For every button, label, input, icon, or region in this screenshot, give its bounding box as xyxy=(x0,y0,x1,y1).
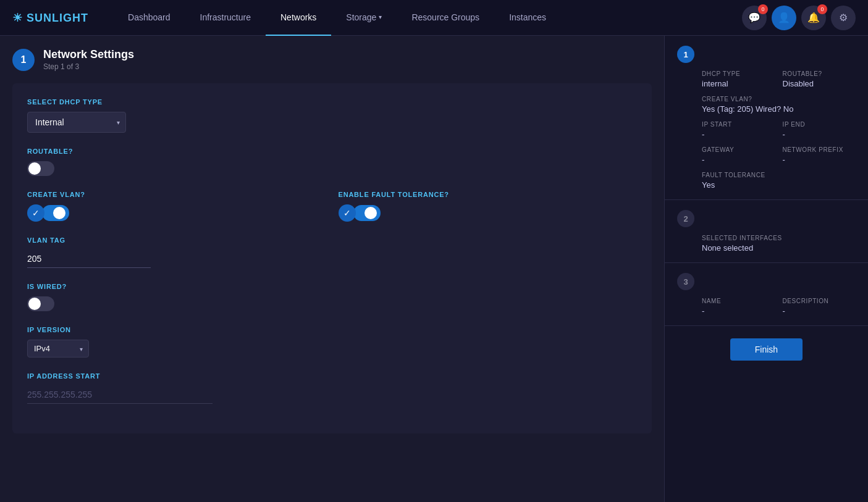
create-vlan-toggle-group: ✓ xyxy=(27,204,326,222)
fault-tolerance-toggle[interactable] xyxy=(353,205,381,221)
sidebar-fault-tolerance: FAULT TOLERANCE Yes xyxy=(702,172,856,190)
sidebar-step-2-header: 2 xyxy=(677,210,856,227)
sidebar-routable-value: Disabled xyxy=(783,79,856,88)
sidebar-ip-end: IP END - xyxy=(783,121,856,139)
create-vlan-label: CREATE VLAN? xyxy=(27,191,326,198)
sidebar-dhcp-type: DHCP TYPE internal xyxy=(702,70,775,88)
sidebar-fault-tolerance-label: FAULT TOLERANCE xyxy=(702,172,856,178)
ip-version-select[interactable]: IPv4 IPv6 xyxy=(27,340,89,358)
routable-label: ROUTABLE? xyxy=(27,148,637,155)
network-settings-form: SELECT DHCP TYPE Internal External None … xyxy=(12,83,652,433)
sidebar-routable-label: ROUTABLE? xyxy=(783,70,856,77)
sidebar-step-3-header: 3 xyxy=(677,273,856,290)
sidebar-step-1-fields: DHCP TYPE internal ROUTABLE? Disabled CR… xyxy=(702,70,856,190)
nav-storage[interactable]: Storage ▾ xyxy=(331,0,397,36)
nav-instances[interactable]: Instances xyxy=(494,0,561,36)
sidebar-step-2-fields: SELECTED INTERFACES None selected xyxy=(702,235,856,253)
sidebar-gateway: GATEWAY - xyxy=(702,146,775,164)
content-area: 1 Network Settings Step 1 of 3 SELECT DH… xyxy=(0,36,664,502)
step-title: Network Settings xyxy=(43,48,134,61)
routable-toggle[interactable] xyxy=(27,161,54,176)
nav-infrastructure[interactable]: Infrastructure xyxy=(185,0,266,36)
fault-tolerance-check-icon: ✓ xyxy=(339,204,356,222)
ip-version-field: IP VERSION IPv4 IPv6 ▾ xyxy=(27,326,637,358)
dhcp-type-field: SELECT DHCP TYPE Internal External None … xyxy=(27,98,637,133)
vlan-tag-input[interactable] xyxy=(27,250,151,268)
create-vlan-check-icon: ✓ xyxy=(27,204,44,222)
is-wired-label: IS WIRED? xyxy=(27,283,637,290)
sidebar-network-prefix: NETWORK PREFIX - xyxy=(783,146,856,164)
step-subtitle: Step 1 of 3 xyxy=(43,62,134,71)
fault-tolerance-label: ENABLE FAULT TOLERANCE? xyxy=(339,191,638,198)
ip-address-start-field: IP ADDRESS START xyxy=(27,372,637,404)
routable-toggle-container xyxy=(27,161,637,176)
user-icon: 👤 xyxy=(778,12,790,23)
sidebar-dhcp-type-label: DHCP TYPE xyxy=(702,70,775,77)
fault-tolerance-thumb xyxy=(364,207,377,219)
main-header: ☀ SUNLIGHT Dashboard Infrastructure Netw… xyxy=(0,0,868,36)
main-layout: 1 Network Settings Step 1 of 3 SELECT DH… xyxy=(0,36,868,502)
ip-version-label: IP VERSION xyxy=(27,326,637,333)
dhcp-type-select-wrapper: Internal External None ▾ xyxy=(27,112,126,133)
ip-address-start-label: IP ADDRESS START xyxy=(27,372,637,380)
dhcp-type-select[interactable]: Internal External None xyxy=(27,112,126,133)
fault-tolerance-toggle-group: ✓ xyxy=(339,204,638,222)
finish-button[interactable]: Finish xyxy=(730,338,803,361)
is-wired-field: IS WIRED? xyxy=(27,283,637,311)
sidebar-selected-interfaces-value: None selected xyxy=(702,243,856,253)
chat-button[interactable]: 💬 0 xyxy=(742,6,767,30)
gear-icon: ⚙ xyxy=(839,12,848,23)
nav-dashboard[interactable]: Dashboard xyxy=(113,0,185,36)
sidebar-gateway-label: GATEWAY xyxy=(702,146,775,153)
sidebar-dhcp-type-value: internal xyxy=(702,79,775,88)
sidebar-create-vlan-label: CREATE VLAN? xyxy=(702,96,856,102)
user-profile-button[interactable]: 👤 xyxy=(772,6,796,30)
fault-tolerance-field: ENABLE FAULT TOLERANCE? ✓ xyxy=(339,191,638,222)
dhcp-type-label: SELECT DHCP TYPE xyxy=(27,98,637,106)
create-vlan-thumb xyxy=(53,207,65,219)
sidebar-ip-end-value: - xyxy=(783,130,856,139)
sidebar-selected-interfaces: SELECTED INTERFACES None selected xyxy=(702,235,856,253)
step-info: Network Settings Step 1 of 3 xyxy=(43,48,134,71)
create-vlan-field: CREATE VLAN? ✓ xyxy=(27,191,326,222)
notifications-badge: 0 xyxy=(817,4,827,14)
settings-button[interactable]: ⚙ xyxy=(831,6,856,30)
sidebar-name: NAME - xyxy=(702,298,775,316)
wizard-sidebar: 1 DHCP TYPE internal ROUTABLE? Disabled … xyxy=(664,36,868,502)
sidebar-description-label: DESCRIPTION xyxy=(783,298,856,304)
sidebar-create-vlan: CREATE VLAN? Yes (Tag: 205) Wired? No xyxy=(702,96,856,114)
sidebar-step-3: 3 NAME - DESCRIPTION - xyxy=(665,263,868,326)
header-actions: 💬 0 👤 🔔 0 ⚙ xyxy=(742,6,856,30)
ip-version-select-wrapper: IPv4 IPv6 ▾ xyxy=(27,340,89,358)
routable-toggle-thumb xyxy=(28,162,41,175)
sidebar-step-1: 1 DHCP TYPE internal ROUTABLE? Disabled … xyxy=(665,36,868,200)
sidebar-description-value: - xyxy=(783,306,856,316)
vlan-tag-label: VLAN TAG xyxy=(27,236,637,244)
sidebar-step-1-circle: 1 xyxy=(677,46,694,63)
nav-networks[interactable]: Networks xyxy=(266,0,331,36)
vlan-fault-row: CREATE VLAN? ✓ ENABLE FAULT TOLERANCE? ✓ xyxy=(27,191,637,222)
notifications-button[interactable]: 🔔 0 xyxy=(801,6,826,30)
sidebar-network-prefix-value: - xyxy=(783,155,856,164)
sidebar-step-2-circle: 2 xyxy=(677,210,694,227)
main-nav: Dashboard Infrastructure Networks Storag… xyxy=(113,0,742,36)
vlan-tag-field: VLAN TAG xyxy=(27,236,637,268)
ip-address-start-input[interactable] xyxy=(27,386,213,404)
sidebar-step-3-circle: 3 xyxy=(677,273,694,290)
sidebar-ip-end-label: IP END xyxy=(783,121,856,128)
bell-icon: 🔔 xyxy=(807,12,820,23)
routable-field: ROUTABLE? xyxy=(27,148,637,176)
is-wired-toggle[interactable] xyxy=(27,296,54,311)
sidebar-name-value: - xyxy=(702,306,775,316)
sidebar-gateway-value: - xyxy=(702,155,775,164)
logo: ☀ SUNLIGHT xyxy=(12,11,88,25)
nav-resource-groups[interactable]: Resource Groups xyxy=(397,0,494,36)
is-wired-thumb xyxy=(28,298,41,310)
chat-icon: 💬 xyxy=(748,12,761,23)
create-vlan-toggle[interactable] xyxy=(42,205,69,221)
is-wired-toggle-container xyxy=(27,296,637,311)
sidebar-ip-start-label: IP START xyxy=(702,121,775,128)
sidebar-name-label: NAME xyxy=(702,298,775,304)
storage-dropdown-arrow: ▾ xyxy=(379,14,382,20)
sidebar-step-3-fields: NAME - DESCRIPTION - xyxy=(702,298,856,316)
